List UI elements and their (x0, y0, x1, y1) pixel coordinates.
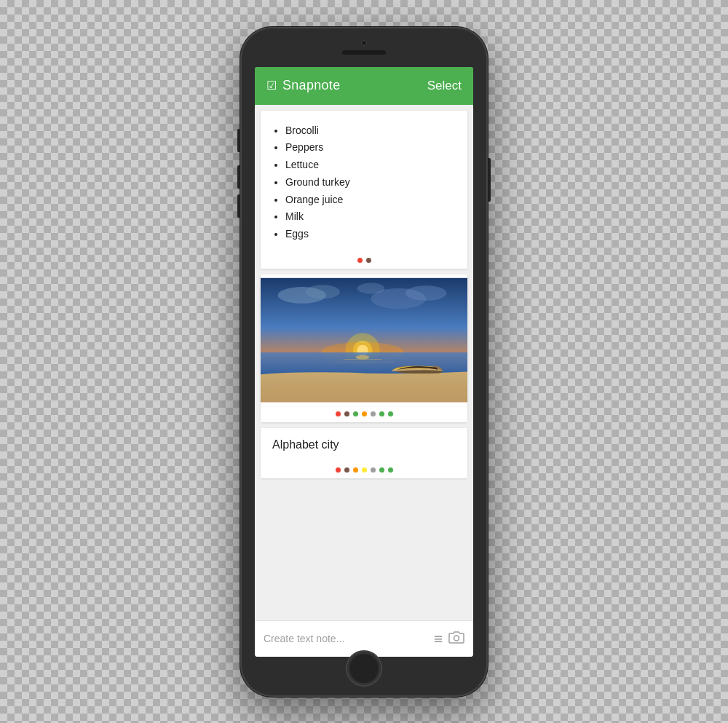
svg-point-4 (405, 285, 447, 301)
dot-indicator (371, 467, 376, 473)
dot-indicator (344, 467, 349, 473)
note-dots-bar (261, 252, 467, 269)
dot-indicator (362, 467, 367, 473)
phone-device: ☑ Snapnote Select Brocolli Peppers Lettu… (240, 27, 488, 697)
dot-indicator (388, 411, 393, 416)
notes-list: Brocolli Peppers Lettuce Ground turkey O… (255, 105, 473, 620)
list-item: Brocolli (285, 122, 456, 140)
phone-screen: ☑ Snapnote Select Brocolli Peppers Lettu… (255, 67, 473, 657)
note-dots-bar (261, 462, 467, 478)
dot-indicator (379, 467, 384, 473)
dot-indicator (371, 411, 376, 416)
text-note-content: Alphabet city (261, 428, 467, 462)
dot-indicator (336, 411, 341, 416)
select-button[interactable]: Select (427, 79, 462, 93)
list-item: Eggs (285, 226, 456, 243)
note-dots-bar (261, 406, 467, 422)
svg-point-11 (356, 355, 370, 360)
list-item: Milk (285, 208, 456, 226)
home-button[interactable] (346, 650, 382, 687)
list-icon[interactable]: ≡ (434, 630, 443, 647)
list-item: Peppers (285, 139, 456, 157)
svg-point-14 (454, 636, 459, 641)
camera-icon[interactable] (448, 631, 464, 647)
list-note-card[interactable]: Brocolli Peppers Lettuce Ground turkey O… (261, 111, 467, 269)
phone-camera (361, 40, 367, 46)
dot-indicator (379, 411, 384, 416)
svg-point-5 (357, 283, 385, 294)
image-note-card[interactable] (261, 274, 467, 422)
list-item: Lettuce (285, 157, 456, 174)
header-title-area: ☑ Snapnote (266, 78, 340, 93)
snapnote-icon: ☑ (266, 79, 277, 92)
beach-image (261, 274, 467, 406)
dot-indicator (353, 411, 358, 416)
text-note-card[interactable]: Alphabet city (261, 428, 467, 478)
dot-indicator (353, 467, 358, 473)
create-note-input[interactable]: Create text note... (264, 633, 428, 644)
dot-indicator (336, 467, 341, 473)
phone-top-bar (291, 40, 437, 55)
dot-indicator (362, 411, 367, 416)
dot-indicator (388, 467, 393, 473)
grocery-list: Brocolli Peppers Lettuce Ground turkey O… (272, 122, 456, 244)
svg-point-2 (306, 285, 340, 299)
dot-indicator (366, 258, 371, 263)
app-title: Snapnote (282, 78, 340, 93)
list-item: Ground turkey (285, 174, 456, 191)
list-item: Orange juice (285, 191, 456, 209)
note-text: Alphabet city (272, 438, 456, 451)
dot-indicator (344, 411, 349, 416)
app-header: ☑ Snapnote Select (255, 67, 473, 105)
phone-speaker (342, 50, 386, 55)
dot-indicator (357, 258, 363, 263)
list-note-content: Brocolli Peppers Lettuce Ground turkey O… (261, 111, 467, 253)
